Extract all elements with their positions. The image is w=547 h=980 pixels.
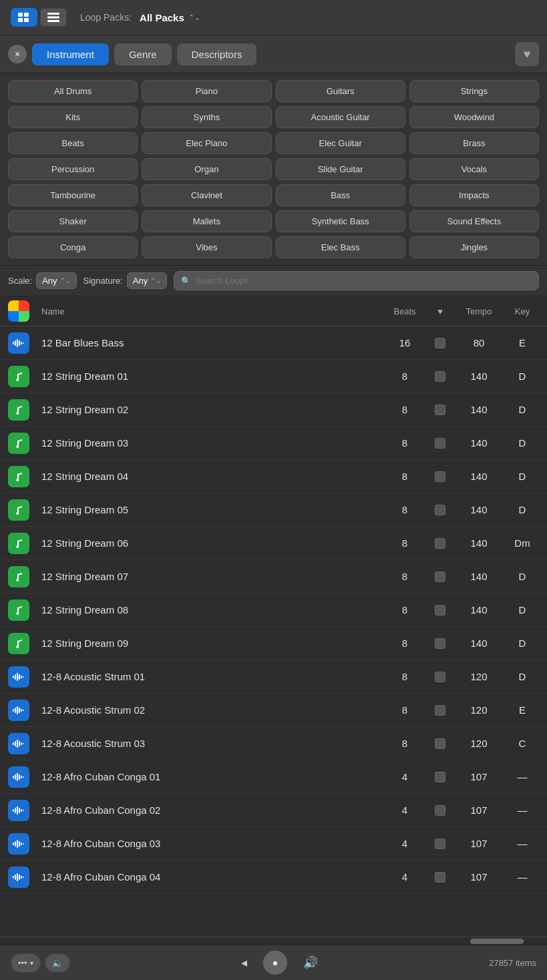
- table-row[interactable]: 12 String Dream 068140Dm: [0, 527, 547, 560]
- favorite-checkbox[interactable]: [435, 338, 445, 348]
- instrument-button-brass[interactable]: Brass: [409, 132, 539, 154]
- svg-rect-10: [19, 340, 20, 346]
- favorite-checkbox[interactable]: [435, 571, 445, 582]
- svg-rect-18: [23, 676, 24, 678]
- instrument-button-elec-piano[interactable]: Elec Piano: [142, 132, 271, 154]
- waveform-icon: [8, 666, 29, 688]
- instrument-button-guitars[interactable]: Guitars: [276, 80, 405, 102]
- table-row[interactable]: 12 String Dream 098140D: [0, 627, 547, 660]
- instrument-button-kits[interactable]: Kits: [8, 106, 138, 128]
- svg-rect-11: [21, 342, 22, 344]
- row-key: D: [506, 437, 539, 449]
- footer-center: ◂ ● 🔊: [78, 951, 482, 975]
- instrument-button-jingles[interactable]: Jingles: [409, 236, 539, 258]
- instrument-button-bass[interactable]: Bass: [276, 184, 405, 206]
- grid-view-button[interactable]: [11, 8, 37, 27]
- table-row[interactable]: 12-8 Acoustic Strum 028120E: [0, 694, 547, 727]
- list-view-button[interactable]: [40, 8, 67, 27]
- favorite-checkbox[interactable]: [435, 738, 445, 749]
- scale-select[interactable]: Any ⌃⌄: [36, 272, 76, 289]
- favorite-checkbox[interactable]: [435, 471, 445, 482]
- instrument-button-all-drums[interactable]: All Drums: [8, 80, 138, 102]
- heart-col-icon: ♥: [437, 306, 443, 316]
- instrument-button-elec-bass[interactable]: Elec Bass: [276, 236, 405, 258]
- instrument-button-percussion[interactable]: Percussion: [8, 158, 138, 180]
- favorite-checkbox[interactable]: [435, 705, 445, 716]
- speaker-button[interactable]: 🔈: [45, 953, 70, 973]
- clear-filter-button[interactable]: ×: [8, 45, 27, 63]
- row-tempo: 107: [452, 804, 506, 816]
- instrument-button-slide-guitar[interactable]: Slide Guitar: [276, 158, 405, 180]
- descriptors-tab[interactable]: Descriptors: [177, 43, 257, 65]
- play-button[interactable]: ●: [263, 951, 287, 975]
- instrument-button-synthetic-bass[interactable]: Synthetic Bass: [276, 210, 405, 232]
- instrument-button-vocals[interactable]: Vocals: [409, 158, 539, 180]
- volume-button[interactable]: 🔊: [303, 955, 318, 970]
- table-row[interactable]: 12 Bar Blues Bass1680E: [0, 326, 547, 360]
- svg-rect-20: [15, 708, 16, 713]
- table-row[interactable]: 12-8 Afro Cuban Conga 024107—: [0, 794, 547, 827]
- instrument-button-synths[interactable]: Synths: [142, 106, 271, 128]
- table-row[interactable]: 12 String Dream 078140D: [0, 560, 547, 593]
- favorite-checkbox[interactable]: [435, 538, 445, 549]
- instrument-button-acoustic-guitar[interactable]: Acoustic Guitar: [276, 106, 405, 128]
- favorite-checkbox[interactable]: [435, 438, 445, 449]
- col-beats-header: Beats: [381, 306, 428, 316]
- table-row[interactable]: 12-8 Afro Cuban Conga 014107—: [0, 760, 547, 794]
- favorites-tab[interactable]: ♥: [515, 42, 539, 66]
- waveform-icon: [8, 800, 29, 821]
- rewind-icon: ◂: [241, 956, 247, 969]
- table-row[interactable]: 12 String Dream 088140D: [0, 593, 547, 627]
- note-icon: [8, 433, 29, 454]
- loop-packs-value: All Packs: [140, 12, 184, 23]
- instrument-button-impacts[interactable]: Impacts: [409, 184, 539, 206]
- instrument-button-vibes[interactable]: Vibes: [142, 236, 271, 258]
- instrument-button-tambourine[interactable]: Tambourine: [8, 184, 138, 206]
- instrument-button-conga[interactable]: Conga: [8, 236, 138, 258]
- row-key: D: [506, 404, 539, 415]
- table-row[interactable]: 12-8 Afro Cuban Conga 044107—: [0, 861, 547, 894]
- rewind-button[interactable]: ◂: [241, 955, 247, 970]
- svg-rect-33: [17, 773, 18, 781]
- instrument-button-organ[interactable]: Organ: [142, 158, 271, 180]
- favorite-checkbox[interactable]: [435, 638, 445, 649]
- favorite-checkbox[interactable]: [435, 405, 445, 415]
- genre-tab[interactable]: Genre: [114, 43, 172, 65]
- table-row[interactable]: 12-8 Acoustic Strum 018120D: [0, 660, 547, 694]
- instrument-button-mallets[interactable]: Mallets: [142, 210, 271, 232]
- favorite-checkbox[interactable]: [435, 605, 445, 616]
- search-input[interactable]: [195, 276, 532, 286]
- svg-rect-13: [13, 676, 14, 678]
- favorite-checkbox[interactable]: [435, 772, 445, 782]
- horizontal-scrollbar[interactable]: [0, 937, 547, 945]
- table-row[interactable]: 12-8 Acoustic Strum 038120C: [0, 727, 547, 760]
- scale-value: Any: [42, 276, 57, 286]
- table-row[interactable]: 12 String Dream 038140D: [0, 427, 547, 460]
- search-box[interactable]: 🔍: [174, 271, 539, 290]
- table-row[interactable]: 12 String Dream 058140D: [0, 493, 547, 527]
- instrument-button-clavinet[interactable]: Clavinet: [142, 184, 271, 206]
- favorite-checkbox[interactable]: [435, 371, 445, 382]
- instrument-button-elec-guitar[interactable]: Elec Guitar: [276, 132, 405, 154]
- instrument-button-woodwind[interactable]: Woodwind: [409, 106, 539, 128]
- instrument-button-beats[interactable]: Beats: [8, 132, 138, 154]
- favorite-checkbox[interactable]: [435, 872, 445, 883]
- instrument-button-sound-effects[interactable]: Sound Effects: [409, 210, 539, 232]
- options-button[interactable]: ••• ▾: [11, 953, 41, 973]
- loop-packs-select[interactable]: All Packs ⌃⌄: [140, 12, 200, 23]
- favorite-checkbox[interactable]: [435, 805, 445, 816]
- table-row[interactable]: 12-8 Afro Cuban Conga 034107—: [0, 827, 547, 861]
- table-row[interactable]: 12 String Dream 018140D: [0, 360, 547, 393]
- table-row[interactable]: 12 String Dream 048140D: [0, 460, 547, 493]
- row-key: D: [506, 504, 539, 515]
- favorite-checkbox[interactable]: [435, 838, 445, 849]
- favorite-checkbox[interactable]: [435, 505, 445, 515]
- instrument-button-strings[interactable]: Strings: [409, 80, 539, 102]
- table-row[interactable]: 12 String Dream 028140D: [0, 393, 547, 427]
- signature-select[interactable]: Any ⌃⌄: [127, 272, 167, 289]
- instrument-button-shaker[interactable]: Shaker: [8, 210, 138, 232]
- favorite-checkbox[interactable]: [435, 672, 445, 682]
- instrument-tab[interactable]: Instrument: [32, 43, 109, 65]
- instrument-button-piano[interactable]: Piano: [142, 80, 271, 102]
- note-icon: [8, 499, 29, 521]
